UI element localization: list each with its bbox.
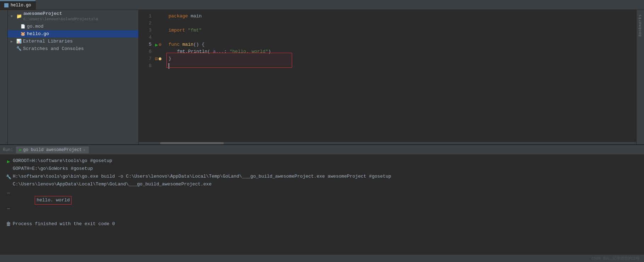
terminal-line-gopath: GOPATH=E:\go\GoWorks #gosetup [13,165,640,173]
line-num-4: 4 [139,34,152,41]
code-line-6: fmt.Println( a...: "hello. world") [169,48,636,55]
hello-output-highlight: hello. world [35,196,72,205]
cursor [169,63,169,69]
code-line-8 [169,62,636,69]
sidebar-item-external-libs[interactable]: ▶ 📊 External Libraries [8,38,138,45]
terminal-content: ▶ 🔧 — — 🗑 GOROOT=H:\software\tools\go #g… [0,155,644,254]
code-line-1: package main [169,13,636,20]
gutter-1 [155,13,166,20]
gutter-7: ⊡ [155,55,166,62]
expand-arrow-ext: ▶ [11,39,15,44]
bookmarks-panel: Bookmarks [636,10,644,144]
terminal-line-build: H:\software\tools\go\bin\go.exe build -o… [13,173,640,180]
bookmark-dot [159,57,161,60]
terminal-line-goroot: GOROOT=H:\software\tools\go #gosetup [13,157,640,165]
run-tab[interactable]: ▶ go build awesomeProject ✕ [16,146,89,154]
code-editor[interactable]: package main import "fmt" func main() { … [166,10,636,141]
run-tab-close[interactable]: ✕ [83,148,85,152]
bottom-tab-bar: Run: ▶ go build awesomeProject ✕ [0,145,644,155]
code-line-3: import "fmt" [169,27,636,34]
line-num-1: 1 [139,13,152,20]
run-gutter-icon[interactable]: ▶ [155,42,158,48]
run-tab-icon: ▶ [19,147,22,152]
tab-hello-go[interactable]: hello.go [0,0,36,10]
editor-scrollbar[interactable] [139,141,636,144]
sidebar-item-awesome-project[interactable]: ▼ 📁 awesomeProject C:\Users\lenovo\Golan… [8,10,138,23]
sidebar-item-go-mod[interactable]: ▶ 📄 go.mod [8,23,138,30]
terminal-play-icon: ▶ [7,158,10,166]
go-mod-icon: 📄 [21,24,25,29]
gutter-8 [155,62,166,69]
terminal-gutter: ▶ 🔧 — — 🗑 [4,157,13,252]
status-bar: CSDN @JL_记录进步的过程 [0,254,644,262]
sidebar: ▼ 📁 awesomeProject C:\Users\lenovo\Golan… [8,10,139,144]
kw-import: import [169,27,185,34]
terminal-dash2-icon: — [7,205,10,212]
code-line-4 [169,34,636,41]
line-num-7: 7 [139,55,152,62]
sidebar-item-hello-go[interactable]: ▶ 🐹 hello.go [8,30,138,38]
go-file-icon [4,3,8,7]
terminal-line-blank [13,212,640,220]
terminal-dash1-icon: — [7,189,10,197]
terminal-line-exit: Process finished with the exit code 0 [13,220,640,228]
watermark-text: CSDN @JL_记录进步的过程 [592,256,640,261]
code-line-5: func main() { [169,41,636,48]
gutter-3 [155,27,166,34]
gutter: ▶ ⊙ ⊡ [155,10,166,141]
library-icon: 📊 [16,39,22,44]
gutter-2 [155,20,166,27]
left-bookmarks-strip [0,10,8,144]
editor-content[interactable]: 1 2 3 4 5 6 7 8 ▶ ⊙ [139,10,636,141]
terminal-wrench-icon: 🔧 [6,173,11,181]
scrollbar-thumb[interactable] [160,142,224,144]
editor-area: 1 2 3 4 5 6 7 8 ▶ ⊙ [139,10,636,144]
line-num-5: 5 [139,41,152,48]
run-label: Run: [3,147,13,152]
line-num-6: 6 [139,48,152,55]
bookmark-icon[interactable]: ⊡ [155,56,158,62]
breakpoint-icon[interactable]: ⊙ [159,42,161,48]
terminal-line-hello: hello. world [13,188,640,212]
line-num-2: 2 [139,20,152,27]
str-fmt: "fmt" [188,27,202,34]
code-line-7: } [169,55,636,62]
gutter-6 [155,48,166,55]
scratches-icon: 🔧 [16,46,22,51]
tab-label: hello.go [11,3,31,8]
line-num-8: 8 [139,62,152,69]
kw-func: func [169,41,179,48]
go-file-icon-sidebar: 🐹 [21,32,25,36]
expand-arrow-icon: ▼ [11,15,15,18]
tab-bar: hello.go [0,0,644,10]
hello-go-label: hello.go [27,31,49,37]
gutter-5: ▶ ⊙ [155,41,166,48]
line-numbers: 1 2 3 4 5 6 7 8 [139,10,155,141]
terminal-trash-icon: 🗑 [6,220,11,228]
line-num-3: 3 [139,27,152,34]
go-mod-label: go.mod [27,24,44,29]
project-folder-icon: 📁 [16,13,22,19]
sidebar-item-scratches[interactable]: ▶ 🔧 Scratches and Consoles [8,45,138,52]
fn-main: main [182,41,193,48]
terminal-line-exe: C:\Users\lenovo\AppData\Local\Temp\GoLan… [13,180,640,188]
bookmarks-label: Bookmarks [638,14,642,37]
main-area: ▼ 📁 awesomeProject C:\Users\lenovo\Golan… [0,10,644,144]
terminal-lines: GOROOT=H:\software\tools\go #gosetup GOP… [13,157,640,252]
external-libs-label: External Libraries [23,39,73,44]
kw-package: package [169,13,188,20]
bottom-panel: Run: ▶ go build awesomeProject ✕ ▶ 🔧 — —… [0,144,644,254]
run-tab-label: go build awesomeProject [23,147,82,152]
project-name-label: awesomeProject C:\Users\lenovo\GolandPro… [23,11,136,22]
code-line-2 [169,20,636,27]
scratches-label: Scratches and Consoles [23,46,84,51]
gutter-4 [155,34,166,41]
